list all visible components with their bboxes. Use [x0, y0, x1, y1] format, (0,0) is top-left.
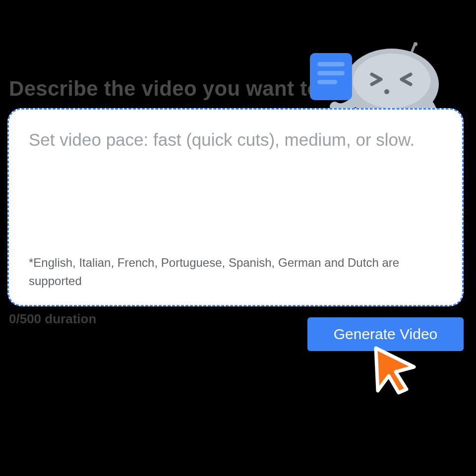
svg-rect-8	[317, 80, 337, 84]
svg-point-3	[353, 54, 430, 108]
svg-rect-5	[310, 53, 352, 100]
svg-rect-6	[317, 62, 345, 66]
input-placeholder: Set video pace: fast (quick cuts), mediu…	[29, 127, 442, 152]
svg-point-4	[384, 89, 389, 94]
svg-point-1	[414, 42, 417, 46]
language-support-note: *English, Italian, French, Portuguese, S…	[29, 253, 442, 290]
character-duration-counter: 0/500 duration	[9, 311, 96, 327]
cursor-icon	[367, 342, 421, 397]
document-icon	[310, 53, 352, 100]
video-description-input[interactable]: Set video pace: fast (quick cuts), mediu…	[7, 108, 464, 306]
generate-video-button-label: Generate Video	[334, 326, 438, 343]
page-heading: Describe the video you want to	[9, 77, 320, 101]
svg-rect-7	[317, 71, 345, 75]
